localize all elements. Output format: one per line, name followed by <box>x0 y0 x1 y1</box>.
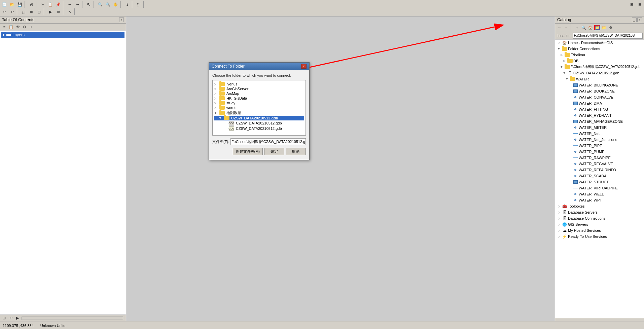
cat-w9[interactable]: WATER_Net <box>567 131 644 137</box>
tb2-btn6[interactable]: ▶ <box>47 8 54 15</box>
toc-list-icon[interactable]: ≡ <box>1 24 7 30</box>
tb-zoom-out[interactable]: 🔍 <box>104 1 112 8</box>
filepath-input[interactable] <box>230 138 306 145</box>
cat-w5[interactable]: WATER_FITTING <box>567 106 644 112</box>
w4-label: WATER_DMA <box>579 101 602 105</box>
tb-extra1[interactable]: ⊞ <box>628 1 635 8</box>
cat-w14[interactable]: WATER_REGVALVE <box>567 161 644 167</box>
water-icon <box>570 76 575 82</box>
cat-w15[interactable]: WATER_REPAIRINFO <box>567 167 644 173</box>
cat-w16[interactable]: WATER_SCADA <box>567 173 644 179</box>
dialog-item-czsw-gdb2[interactable]: GDB CZSW_DATA20210512.gdb <box>214 126 304 131</box>
cat-forward-btn[interactable]: → <box>563 25 569 30</box>
dialog-item-czsw-folder[interactable]: ▼ CZSW_DATA20210512.gdb <box>214 116 304 120</box>
dialog-item-czsw-gdb1[interactable]: GDB CZSW_DATA20210512.gdb <box>214 120 304 126</box>
cancel-btn[interactable]: 取消 <box>286 148 306 155</box>
tb2-btn4[interactable]: ⊞ <box>28 8 35 15</box>
cat-w10[interactable]: WATER_Net_Junctions <box>567 137 644 143</box>
tb-paste[interactable]: 📌 <box>55 1 62 8</box>
cat-w3[interactable]: WATER_CONVALVE <box>567 94 644 100</box>
catalog-minimize-btn[interactable]: _ <box>632 17 637 22</box>
dialog-item-hk-gisdata[interactable]: ▷ HK_GisData <box>214 96 304 101</box>
tb2-btn5[interactable]: ◻ <box>35 8 43 15</box>
layers-item[interactable]: ▼ Layers <box>1 32 124 38</box>
toc-options-icon[interactable]: ⚙ <box>22 24 28 30</box>
cat-toolboxes[interactable]: ▷ 🧰 Toolboxes <box>557 203 644 209</box>
tb2-btn8[interactable]: ↖ <box>66 8 73 15</box>
tb2-btn2[interactable]: ↩ <box>8 8 16 15</box>
cat-options-btn[interactable]: ⚙ <box>608 25 614 30</box>
tb-identify[interactable]: ℹ <box>123 1 131 8</box>
tb2-btn7[interactable]: ⊕ <box>55 8 62 15</box>
cat-db-connections[interactable]: ▷ 🗄 Database Connections <box>557 215 644 221</box>
cat-search-btn[interactable]: 🔍 <box>581 25 587 30</box>
cat-w20[interactable]: WATER_WPT <box>567 197 644 203</box>
cat-water[interactable]: ▼ WATER <box>565 76 644 82</box>
cat-sep1 <box>571 24 573 31</box>
map-area[interactable] <box>126 16 555 321</box>
toc-bottom-btn1[interactable]: ⊞ <box>1 316 7 321</box>
cat-db-servers[interactable]: ▷ 🗄 Database Servers <box>557 209 644 215</box>
tb2-btn1[interactable]: ↩ <box>1 8 8 15</box>
cat-w11[interactable]: WATER_PIPE <box>567 143 644 149</box>
new-folder-btn[interactable]: 新建文件夹(M) <box>233 148 263 155</box>
tb-select[interactable]: ⬚ <box>135 1 142 8</box>
catalog-close-btn[interactable]: × <box>637 17 642 22</box>
cat-connect-folder-btn[interactable]: 📁 <box>594 25 600 30</box>
dialog-item-arcmap[interactable]: ▷ ArcMap <box>214 91 304 96</box>
cat-e-haikou[interactable]: ▷ E\haikou <box>559 52 644 58</box>
tb-copy[interactable]: 📋 <box>47 1 54 8</box>
tb2-btn3[interactable]: ⬚ <box>20 8 27 15</box>
cat-w2[interactable]: WATER_BOOKZONE <box>567 88 644 94</box>
toc-bottom-btn2[interactable]: ↩ <box>8 316 13 321</box>
tb-cut[interactable]: ✂ <box>39 1 46 8</box>
dialog-item-words[interactable]: ▷ words <box>214 105 304 110</box>
cat-up-btn[interactable]: ↑ <box>574 25 580 30</box>
cat-w19[interactable]: WATER_WELL <box>567 191 644 197</box>
cat-w8[interactable]: WATER_METER <box>567 124 644 131</box>
cat-w7[interactable]: WATER_MANAGERZONE <box>567 118 644 124</box>
cat-home-btn[interactable]: 🏠 <box>587 25 594 30</box>
cat-w4[interactable]: WATER_DMA <box>567 100 644 106</box>
tb-new[interactable]: 📄 <box>1 1 8 8</box>
catalog-location-input[interactable] <box>573 33 643 39</box>
tb-print[interactable]: 🖨 <box>28 1 35 8</box>
dialog-item-maps-data[interactable]: ▼ 地图数据 <box>214 110 304 116</box>
ok-btn[interactable]: 确定 <box>264 148 284 155</box>
cat-ready-to-use[interactable]: ▷ ⚡ Ready-To-Use Services <box>557 233 644 240</box>
dialog-tree[interactable]: ▷ .venus ▷ ArcGisServer ▷ ArcMap <box>212 80 306 136</box>
tb-pointer[interactable]: ↖ <box>85 1 93 8</box>
cat-czsw-gdb[interactable]: ▼ 🗄 CZSW_DATA20210512.gdb <box>562 70 644 76</box>
cat-disconnect-btn[interactable]: 📁 <box>601 25 607 30</box>
cat-folder-connections[interactable]: ▼ Folder Connections <box>557 46 644 52</box>
tb-open[interactable]: 📂 <box>8 1 16 8</box>
dialog-item-study[interactable]: ▷ study <box>214 101 304 105</box>
cat-w13[interactable]: WATER_RAWPIPE <box>567 155 644 161</box>
dialog-item-arcgisserver[interactable]: ▷ ArcGisServer <box>214 86 304 91</box>
toc-source-icon[interactable]: 📋 <box>8 24 14 30</box>
cat-w12[interactable]: WATER_PUMP <box>567 149 644 155</box>
cat-w1[interactable]: WATER_BILLINGZONE <box>567 82 644 88</box>
tb-pan[interactable]: ✋ <box>112 1 119 8</box>
toc-visibility-icon[interactable]: 👁 <box>15 24 21 30</box>
tb-save[interactable]: 💾 <box>16 1 24 8</box>
cat-w6[interactable]: WATER_HYDRANT <box>567 112 644 118</box>
tb-redo[interactable]: ↪ <box>74 1 81 8</box>
cat-my-hosted[interactable]: ▷ ☁ My Hosted Services <box>557 227 644 233</box>
cat-gis-servers[interactable]: ▷ 🌐 GIS Servers <box>557 221 644 227</box>
cat-f-chose[interactable]: ▼ F\Chose\地图数据\CZSW_DATA20210512.gdb <box>559 64 644 70</box>
cat-w17[interactable]: WATER_STRUCT <box>567 179 644 185</box>
cat-w18[interactable]: WATER_VIRTUALPIPE <box>567 185 644 191</box>
tb-extra2[interactable]: ⊟ <box>636 1 643 8</box>
cat-back-btn[interactable]: ← <box>557 25 563 30</box>
cat-home-item[interactable]: ▷ 🏠 Home - Documents\ArcGIS <box>557 40 644 46</box>
toc-close-btn[interactable]: × <box>119 17 124 22</box>
dialog-close-btn[interactable]: × <box>301 64 307 69</box>
tb-zoom-in[interactable]: 🔍 <box>97 1 104 8</box>
toc-bottom-btn3[interactable]: ▶ <box>15 316 20 321</box>
cat-db[interactable]: ▷ DB <box>562 58 644 64</box>
tb-undo[interactable]: ↩ <box>66 1 73 8</box>
dialog-item-venus[interactable]: ▷ .venus <box>214 82 304 86</box>
w6-label: WATER_HYDRANT <box>579 113 612 117</box>
toc-add-icon[interactable]: + <box>28 24 34 30</box>
